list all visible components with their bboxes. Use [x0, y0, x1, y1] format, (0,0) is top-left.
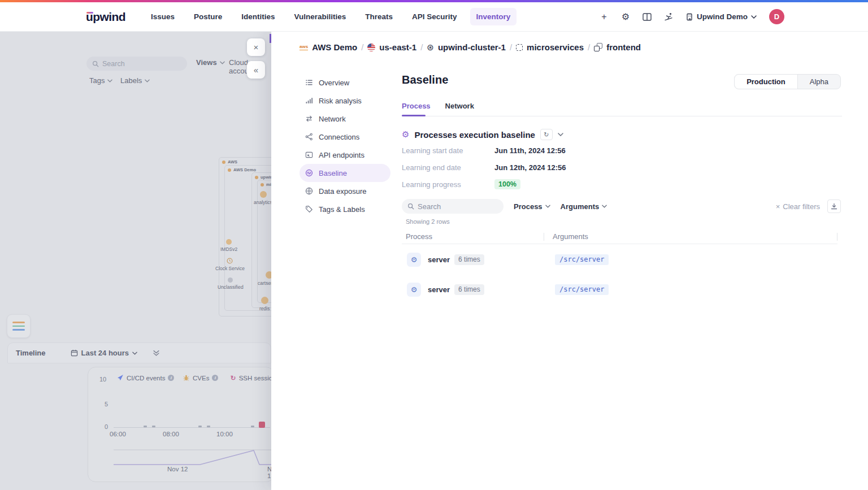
nav-item-threats[interactable]: Threats — [359, 8, 399, 25]
sidebar-item-label: Network — [319, 115, 346, 123]
namespace-icon — [516, 44, 523, 51]
collapse-panel-button[interactable]: « — [247, 61, 265, 79]
table-row[interactable]: ⚙ server 6 times /src/server — [402, 275, 837, 304]
breadcrumb-label: upwind-cluster-1 — [438, 42, 506, 52]
nav-item-issues[interactable]: Issues — [145, 8, 181, 25]
table-row[interactable]: ⚙ server 6 times /src/server — [402, 245, 837, 274]
field-label: Learning start date — [402, 146, 494, 155]
refresh-button[interactable]: ↻ — [540, 129, 553, 140]
table-filter-row: Process Arguments × Clear filters — [402, 199, 841, 214]
process-count-badge: 6 times — [454, 254, 484, 265]
sidebar-item-label: Tags & Labels — [319, 205, 365, 214]
resource-detail-panel: aws AWS Demo / us-east-1 / ⊛ upwind-clus… — [271, 32, 868, 490]
field-learning-start-date: Learning start date Jun 11th, 2024 12:56 — [402, 145, 566, 156]
process-filter-dropdown[interactable]: Process — [514, 202, 550, 211]
column-header-process[interactable]: Process — [406, 232, 544, 241]
arguments-chip: /src/server — [555, 254, 609, 265]
breadcrumb-separator: / — [420, 42, 423, 52]
sidebar-item-label: Data exposure — [319, 187, 367, 196]
user-avatar[interactable]: D — [769, 9, 784, 24]
page-title: Baseline — [402, 73, 448, 86]
field-learning-progress: Learning progress 100% — [402, 179, 520, 190]
top-nav: upwind Issues Posture Identities Vulnera… — [0, 2, 868, 32]
gear-icon: ⚙ — [622, 11, 630, 22]
tag-icon — [305, 205, 313, 213]
column-divider[interactable] — [837, 233, 837, 241]
globe-icon — [305, 187, 313, 195]
sidebar-item-data-exposure[interactable]: Data exposure — [300, 182, 390, 200]
section-collapse-button[interactable] — [558, 133, 563, 136]
nav-item-api-security[interactable]: API Security — [406, 8, 463, 25]
arguments-filter-label: Arguments — [561, 202, 600, 211]
breadcrumb-item-workload[interactable]: frontend — [594, 42, 641, 52]
split-view-icon — [643, 13, 652, 21]
main-menu: Issues Posture Identities Vulnerabilitie… — [145, 8, 517, 25]
nav-item-vulnerabilities[interactable]: Vulnerabilities — [288, 8, 352, 25]
us-flag-icon — [367, 44, 375, 51]
clear-x-icon: × — [776, 202, 780, 211]
sidebar-item-label: Risk analysis — [319, 97, 362, 105]
org-name: Upwind Demo — [697, 12, 748, 21]
kubernetes-cluster-icon: ⊛ — [427, 43, 434, 51]
nav-item-inventory[interactable]: Inventory — [470, 8, 517, 25]
process-gear-icon: ⚙ — [402, 129, 409, 140]
breadcrumb-item-aws-demo[interactable]: aws AWS Demo — [300, 42, 357, 52]
search-icon — [407, 203, 414, 210]
sidebar-item-api-endpoints[interactable]: API endpoints — [300, 146, 390, 164]
download-button[interactable] — [827, 200, 841, 213]
breadcrumb-item-us-east-1[interactable]: us-east-1 — [367, 42, 416, 52]
chevron-down-icon — [602, 205, 607, 208]
split-view-button[interactable] — [639, 9, 655, 25]
table-search-input[interactable] — [418, 202, 491, 211]
sidebar-item-network[interactable]: Network — [300, 110, 390, 128]
org-switcher[interactable]: Upwind Demo — [682, 10, 760, 23]
section-header: ⚙ Processes execution baseline ↻ — [402, 129, 563, 140]
field-value: Jun 11th, 2024 12:56 — [494, 146, 566, 155]
baseline-pulse-icon — [305, 169, 313, 177]
sidebar-item-tags-labels[interactable]: Tags & Labels — [300, 200, 390, 218]
process-icon: ⚙ — [407, 253, 421, 267]
upwind-logo[interactable]: upwind — [86, 10, 125, 24]
table-header: Process Arguments — [402, 229, 837, 244]
bar-chart-icon — [305, 97, 313, 105]
sidebar-item-risk-analysis[interactable]: Risk analysis — [300, 92, 390, 110]
process-count-badge: 6 times — [454, 284, 484, 295]
alpha-toggle-button[interactable]: Alpha — [798, 75, 840, 89]
share-network-icon — [305, 133, 313, 141]
breadcrumb-label: AWS Demo — [312, 42, 357, 52]
sidebar-item-connections[interactable]: Connections — [300, 128, 390, 146]
breadcrumb-label: microservices — [527, 42, 584, 52]
production-toggle-button[interactable]: Production — [735, 75, 798, 89]
double-chevron-left-icon: « — [254, 65, 258, 75]
ski-icon — [664, 12, 673, 21]
sidebar-item-label: API endpoints — [319, 151, 364, 159]
clear-filters-button[interactable]: × Clear filters — [776, 202, 820, 211]
table-search — [402, 199, 504, 214]
nav-item-posture[interactable]: Posture — [188, 8, 228, 25]
sidebar-item-baseline[interactable]: Baseline — [300, 164, 390, 182]
tabs-divider — [402, 116, 842, 116]
sidebar-item-overview[interactable]: Overview — [300, 73, 390, 92]
download-icon — [831, 203, 837, 210]
nav-right-controls: + ⚙ Upwind Demo D — [596, 9, 784, 25]
field-label: Learning end date — [402, 163, 494, 172]
breadcrumb: aws AWS Demo / us-east-1 / ⊛ upwind-clus… — [300, 42, 641, 52]
column-divider[interactable] — [544, 233, 544, 241]
getting-started-button[interactable] — [661, 9, 676, 25]
field-value: Jun 12th, 2024 12:56 — [494, 163, 566, 172]
chevron-down-icon — [751, 15, 757, 19]
column-header-arguments[interactable]: Arguments — [553, 232, 588, 241]
breadcrumb-separator: / — [588, 42, 590, 52]
breadcrumb-item-namespace[interactable]: microservices — [516, 42, 584, 52]
clear-filters-label: Clear filters — [783, 202, 820, 211]
close-panel-button[interactable]: × — [247, 38, 265, 56]
arguments-filter-dropdown[interactable]: Arguments — [561, 202, 607, 211]
add-button[interactable]: + — [596, 9, 612, 25]
nav-item-identities[interactable]: Identities — [235, 8, 281, 25]
field-learning-end-date: Learning end date Jun 12th, 2024 12:56 — [402, 162, 566, 173]
process-name: server — [428, 285, 450, 294]
breadcrumb-item-cluster[interactable]: ⊛ upwind-cluster-1 — [427, 42, 506, 52]
breadcrumb-separator: / — [510, 42, 512, 52]
settings-button[interactable]: ⚙ — [618, 9, 633, 25]
process-name: server — [428, 255, 450, 264]
